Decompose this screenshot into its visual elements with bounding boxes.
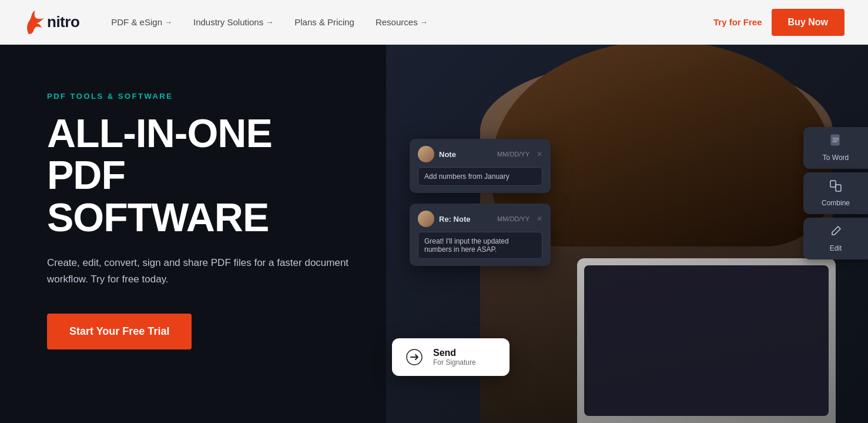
person-hair (492, 45, 833, 247)
hero-title: ALL-IN-ONE PDF SOFTWARE (47, 112, 353, 238)
hero-content: PDF TOOLS & SOFTWARE ALL-IN-ONE PDF SOFT… (0, 45, 400, 423)
nav-item-pdf-esign[interactable]: PDF & eSign → (103, 12, 180, 32)
nav-item-resources[interactable]: Resources → (367, 12, 436, 32)
logo-text: nitro (47, 13, 79, 31)
hero-bg-shape (386, 45, 868, 423)
hero-visual: Note MM/DD/YY ✕ Add numbers from January… (400, 45, 868, 423)
resources-arrow: → (420, 18, 428, 26)
industry-solutions-arrow: → (266, 18, 273, 26)
logo[interactable]: nitro (24, 11, 79, 34)
nav-item-industry-solutions[interactable]: Industry Solutions → (185, 12, 281, 32)
hero-title-line2: SOFTWARE (47, 195, 269, 239)
laptop-screen (584, 265, 829, 416)
hero-title-line1: ALL-IN-ONE PDF (47, 111, 272, 197)
navbar: nitro PDF & eSign → Industry Solutions →… (0, 0, 868, 45)
hero-section: PDF TOOLS & SOFTWARE ALL-IN-ONE PDF SOFT… (0, 45, 868, 423)
hero-description: Create, edit, convert, sign and share PD… (47, 255, 353, 288)
buy-now-button[interactable]: Buy Now (772, 9, 844, 36)
logo-icon (24, 11, 45, 34)
nav-right: Try for Free Buy Now (713, 9, 844, 36)
laptop (577, 258, 836, 423)
nav-links: PDF & eSign → Industry Solutions → Plans… (103, 12, 713, 32)
nav-item-plans-pricing[interactable]: Plans & Pricing (286, 12, 363, 32)
hero-eyebrow: PDF TOOLS & SOFTWARE (47, 92, 353, 101)
hero-cta-button[interactable]: Start Your Free Trial (47, 314, 192, 349)
pdf-esign-arrow: → (165, 18, 172, 26)
try-free-link[interactable]: Try for Free (713, 17, 762, 27)
